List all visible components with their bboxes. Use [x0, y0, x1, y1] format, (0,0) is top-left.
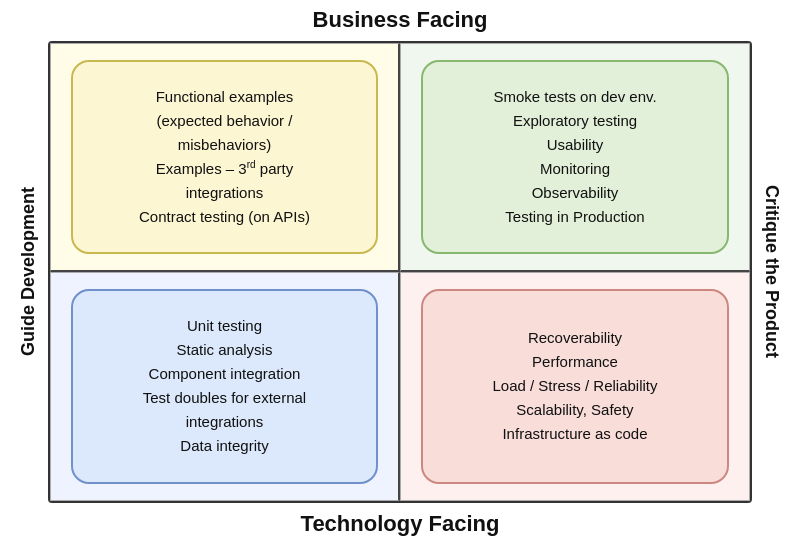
quadrant-top-left-text: Functional examples (expected behavior /…	[139, 85, 310, 229]
quadrant-top-right-text: Smoke tests on dev env. Exploratory test…	[493, 85, 656, 229]
left-label: Guide Development	[19, 187, 40, 356]
grid-container: Functional examples (expected behavior /…	[48, 41, 752, 503]
quadrant-bottom-left-text: Unit testing Static analysis Component i…	[143, 314, 306, 458]
quadrant-top-right: Smoke tests on dev env. Exploratory test…	[400, 43, 750, 272]
bottom-label: Technology Facing	[301, 511, 500, 537]
quadrant-bottom-left: Unit testing Static analysis Component i…	[50, 272, 400, 501]
right-label: Critique the Product	[761, 185, 782, 358]
quadrant-bottom-right: Recoverability Performance Load / Stress…	[400, 272, 750, 501]
right-label-container: Critique the Product	[752, 41, 790, 503]
diagram-wrapper: Business Facing Guide Development Functi…	[10, 7, 790, 537]
left-label-container: Guide Development	[10, 41, 48, 503]
quadrant-top-right-inner: Smoke tests on dev env. Exploratory test…	[421, 60, 729, 254]
middle-row: Guide Development Functional examples (e…	[10, 41, 790, 503]
quadrant-bottom-left-inner: Unit testing Static analysis Component i…	[71, 289, 378, 484]
quadrant-bottom-right-text: Recoverability Performance Load / Stress…	[492, 326, 657, 446]
quadrant-bottom-right-inner: Recoverability Performance Load / Stress…	[421, 289, 729, 484]
quadrant-top-left: Functional examples (expected behavior /…	[50, 43, 400, 272]
top-label: Business Facing	[313, 7, 488, 33]
quadrant-top-left-inner: Functional examples (expected behavior /…	[71, 60, 378, 254]
